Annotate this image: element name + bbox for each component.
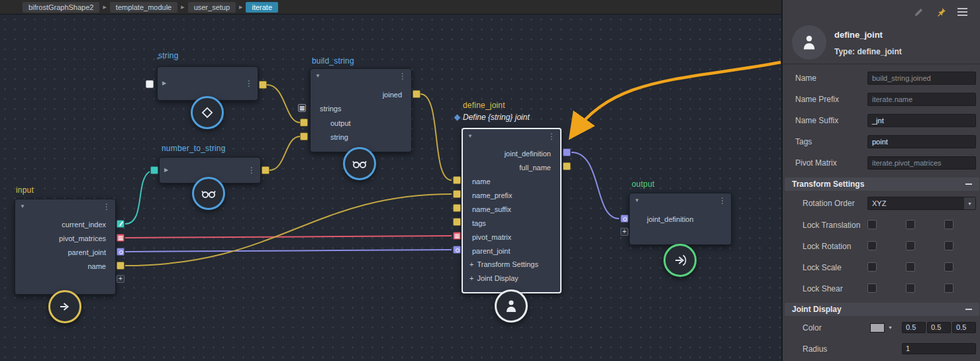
port-row-joint-definition: joint_definition	[630, 213, 731, 226]
lock-rotation-y-checkbox[interactable]	[906, 241, 915, 250]
port-string-output[interactable]	[259, 81, 267, 89]
lock-scale-y-checkbox[interactable]	[906, 262, 915, 272]
port-define-full-name-output[interactable]	[563, 162, 571, 170]
lock-rotation-z-checkbox[interactable]	[944, 241, 954, 250]
port-joined-output[interactable]	[413, 90, 420, 98]
port-row-strings-string: string	[311, 130, 411, 144]
lock-translation-y-checkbox[interactable]	[906, 220, 915, 229]
port-input-pivot-matrices[interactable]	[117, 234, 124, 242]
node-menu-icon[interactable]	[718, 197, 726, 205]
wire-pivot-matrices[interactable]	[125, 236, 452, 238]
port-row-pivot-matrix: pivot_matrix	[463, 231, 560, 244]
radius-field[interactable]: 1	[902, 343, 976, 354]
node-graph-canvas[interactable]: string " build_string number_to_string i…	[0, 15, 781, 361]
port-strings-string[interactable]	[300, 132, 308, 140]
group-row-joint-display[interactable]: Joint Display	[463, 272, 560, 285]
field-name[interactable]: build_string.joined	[867, 72, 976, 85]
node-input[interactable]: current_index pivot_matrices parent_join…	[15, 199, 116, 295]
field-value: iterate.pivot_matrices	[872, 159, 942, 167]
node-define-joint[interactable]: joint_definition full_name name name_pre…	[462, 128, 562, 293]
port-define-joint-definition-output[interactable]	[563, 148, 571, 156]
expand-plus-icon	[469, 260, 473, 268]
lock-translation-z-checkbox[interactable]	[944, 220, 954, 229]
wire-string-to-build-string[interactable]	[267, 85, 300, 123]
port-input-current-index[interactable]	[117, 220, 124, 228]
lock-rotation-x-checkbox[interactable]	[867, 241, 877, 250]
port-strings-output[interactable]	[300, 119, 308, 127]
field-name-prefix[interactable]: iterate.name	[867, 93, 976, 106]
port-define-tags[interactable]	[453, 218, 461, 226]
field-tags[interactable]: point	[867, 135, 976, 148]
edit-pencil-icon[interactable]	[912, 6, 924, 18]
collapse-icon[interactable]	[315, 74, 320, 79]
group-row-transform-settings[interactable]: Transform Settings	[463, 258, 560, 271]
section-joint-display[interactable]: Joint Display	[785, 303, 979, 316]
node-menu-icon[interactable]	[245, 79, 253, 87]
add-port-button[interactable]	[117, 275, 124, 283]
field-label-name: Name	[795, 72, 816, 85]
panel-menu-icon[interactable]	[956, 6, 968, 18]
collapse-minus-icon[interactable]	[965, 309, 972, 310]
collapse-icon[interactable]	[634, 198, 640, 203]
port-input-parent-joint[interactable]	[117, 248, 124, 256]
port-output-joint-definition[interactable]	[620, 215, 628, 223]
output-node-badge	[663, 244, 697, 277]
section-transform-settings[interactable]: Transform Settings	[785, 178, 979, 191]
lock-shear-x-checkbox[interactable]	[867, 284, 877, 293]
lock-scale-x-checkbox[interactable]	[867, 262, 877, 272]
node-output[interactable]: joint_definition	[629, 193, 732, 245]
port-define-name-suffix[interactable]	[453, 204, 461, 212]
lock-translation-x-checkbox[interactable]	[867, 220, 877, 229]
lock-shear-z-checkbox[interactable]	[944, 284, 954, 293]
node-menu-icon[interactable]	[399, 72, 407, 80]
expand-icon[interactable]	[162, 81, 166, 86]
port-define-parent-joint[interactable]	[453, 246, 461, 254]
add-port-button[interactable]	[620, 228, 628, 236]
field-value: build_string.joined	[872, 74, 931, 82]
group-label: Transform Settings	[477, 260, 538, 268]
graph-editor[interactable]: bifrostGraphShape2 ▶ template_module ▶ u…	[0, 0, 781, 361]
field-value: _jnt	[872, 117, 884, 125]
breadcrumb-item-iterate[interactable]: iterate	[246, 2, 278, 13]
color-swatch[interactable]	[870, 323, 885, 333]
wire-joined-to-name[interactable]	[420, 94, 452, 180]
collapse-icon[interactable]	[20, 204, 25, 209]
lock-translation-label: Lock Translation	[803, 219, 860, 232]
port-input-name[interactable]	[117, 262, 124, 270]
collapse-icon[interactable]	[467, 134, 473, 139]
lock-scale-z-checkbox[interactable]	[944, 262, 954, 272]
expand-icon[interactable]	[164, 168, 168, 173]
breadcrumb-item-root[interactable]: bifrostGraphShape2	[23, 2, 99, 13]
lock-shear-y-checkbox[interactable]	[906, 284, 915, 293]
pin-icon[interactable]	[935, 6, 947, 18]
color-g-field[interactable]: 0.5	[927, 322, 951, 333]
node-build-string[interactable]: joined strings output string	[310, 68, 412, 152]
value-socket[interactable]	[146, 80, 154, 88]
port-define-pivot-matrix[interactable]	[453, 232, 461, 240]
node-menu-icon[interactable]	[103, 203, 111, 211]
breadcrumb-item-template-module[interactable]: template_module	[110, 2, 177, 13]
breadcrumb-item-user-setup[interactable]: user_setup	[188, 2, 236, 13]
color-b-field[interactable]: 0.5	[952, 322, 976, 333]
wire-parent-joint[interactable]	[125, 250, 452, 252]
port-define-name-prefix[interactable]	[453, 190, 461, 198]
port-strings-array[interactable]	[298, 104, 306, 112]
dropdown-arrow-icon	[964, 197, 975, 209]
port-number-to-string-input[interactable]	[150, 166, 158, 174]
color-dropdown-arrow-icon[interactable]	[888, 323, 893, 333]
wire-number-to-string-to-build-string[interactable]	[270, 136, 300, 170]
group-label: Joint Display	[477, 274, 518, 282]
collapse-minus-icon[interactable]	[965, 183, 972, 185]
port-define-name[interactable]	[453, 176, 461, 184]
port-number-to-string-output[interactable]	[262, 166, 270, 174]
rotation-order-select[interactable]: XYZ	[867, 197, 976, 210]
node-menu-icon[interactable]	[248, 166, 256, 174]
node-menu-icon[interactable]	[548, 132, 556, 140]
field-name-suffix[interactable]: _jnt	[867, 114, 976, 127]
wire-name-to-name-prefix[interactable]	[125, 194, 452, 266]
field-pivot-matrix[interactable]: iterate.pivot_matrices	[867, 156, 976, 170]
color-r-field[interactable]: 0.5	[902, 322, 926, 333]
port-row-parent-joint: parent_joint	[463, 244, 560, 258]
wire-current-index[interactable]	[125, 172, 150, 224]
wire-joint-definition-to-output[interactable]	[571, 152, 619, 219]
